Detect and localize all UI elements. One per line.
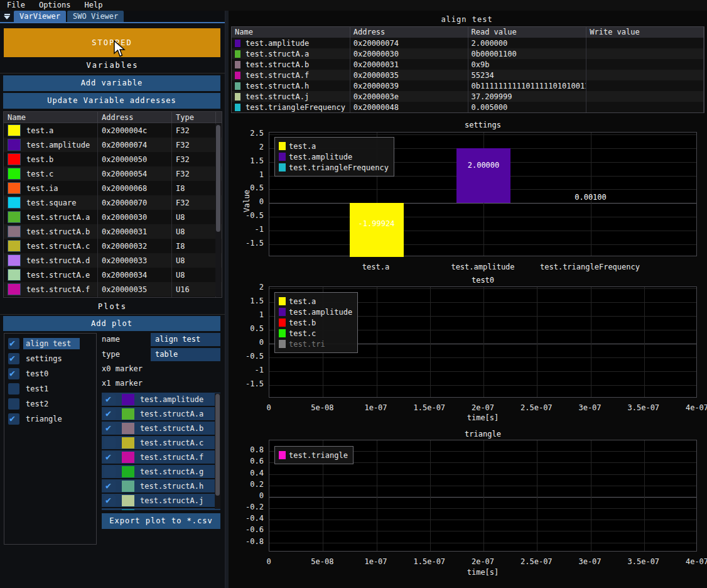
menu-help[interactable]: Help (77, 0, 109, 11)
table-row[interactable]: test.ia 0x20000068 I8 (4, 181, 222, 195)
legend-entry[interactable]: test.triangle (279, 450, 348, 460)
series-row[interactable]: test.structA.b (102, 422, 220, 435)
plot-list-item[interactable]: align test (4, 336, 96, 351)
variables-scrollbar[interactable] (215, 124, 221, 297)
series-row[interactable]: test.structA.c (102, 436, 220, 449)
series-scrollbar[interactable] (215, 393, 220, 509)
variable-color-swatch[interactable] (8, 269, 21, 281)
series-visible-checkbox[interactable] (104, 394, 116, 405)
plot-list-item[interactable]: test1 (4, 381, 96, 396)
table-row[interactable]: test.structA.f 0x20000035 U16 (4, 282, 222, 297)
legend-entry[interactable]: test.a (279, 141, 389, 151)
write-value[interactable] (586, 59, 704, 70)
plot-visible-checkbox[interactable] (8, 338, 19, 349)
series-color-swatch[interactable] (122, 437, 134, 449)
plot-visible-checkbox[interactable] (8, 383, 19, 395)
series-row[interactable]: test.structA.h (102, 479, 220, 493)
plot-list-item[interactable]: test2 (4, 396, 96, 411)
plot-list-item[interactable]: settings (4, 351, 96, 366)
write-value[interactable] (586, 80, 704, 91)
series-visible-checkbox[interactable] (104, 437, 116, 449)
legend-entry[interactable]: test.amplitude (279, 307, 352, 317)
variable-color-swatch[interactable] (8, 283, 21, 295)
tab-varviewer[interactable]: VarViewer (14, 11, 66, 22)
table-row[interactable] (4, 297, 222, 298)
series-visible-checkbox[interactable] (104, 466, 116, 477)
table-row[interactable]: test.amplitude 0x20000074 F32 (4, 138, 222, 152)
write-value[interactable] (586, 48, 704, 59)
series-row[interactable] (102, 508, 220, 510)
series-visible-checkbox[interactable] (104, 481, 116, 492)
plot-list-item[interactable]: test0 (4, 366, 96, 381)
variable-color-swatch[interactable] (8, 211, 21, 223)
menu-file[interactable]: File (0, 0, 32, 11)
add-variable-button[interactable]: Add variable (3, 75, 220, 91)
legend-entry[interactable]: test.triangleFrequency (279, 162, 389, 173)
table-row[interactable]: test.structA.h 0x20000039 0b111111111101… (232, 80, 704, 91)
variable-color-swatch[interactable] (8, 226, 21, 237)
write-value[interactable] (586, 38, 704, 48)
scrollbar-thumb[interactable] (216, 125, 220, 232)
variable-color-swatch[interactable] (8, 182, 21, 194)
write-value[interactable] (586, 70, 704, 80)
plot-visible-checkbox[interactable] (8, 398, 19, 410)
table-row[interactable]: test.structA.b 0x20000031 U8 (4, 224, 222, 239)
table-row[interactable]: test.triangleFrequency 0x20000048 0.0050… (232, 102, 704, 112)
series-visible-checkbox[interactable] (104, 423, 116, 434)
plot-visible-checkbox[interactable] (8, 368, 19, 379)
legend-entry[interactable]: test.amplitude (279, 151, 389, 162)
table-row[interactable]: test.structA.f 0x20000035 55234 (232, 70, 704, 80)
legend-entry[interactable]: test.b (279, 317, 352, 328)
plot-type-select[interactable]: table (151, 348, 220, 361)
table-row[interactable]: test.structA.d 0x20000033 U8 (4, 253, 222, 268)
variable-color-swatch[interactable] (8, 139, 21, 151)
series-color-swatch[interactable] (122, 509, 134, 511)
write-value[interactable] (586, 91, 704, 102)
write-value[interactable] (586, 102, 704, 112)
tab-swo-viewer[interactable]: SWO Viewer (67, 11, 124, 22)
variable-color-swatch[interactable] (8, 168, 21, 180)
series-visible-checkbox[interactable] (104, 495, 116, 506)
plot-name-input[interactable]: align test (151, 333, 220, 346)
column-header-read-value[interactable]: Read value (468, 27, 587, 38)
variable-color-swatch[interactable] (8, 240, 21, 252)
settings-plot[interactable]: settings Value -1.999242.000000.00100 te… (229, 119, 707, 273)
table-row[interactable]: test.structA.b 0x20000031 0x9b (232, 59, 704, 70)
series-visible-checkbox[interactable] (104, 452, 116, 463)
column-header-type[interactable]: Type (172, 112, 216, 122)
plot-visible-checkbox[interactable] (8, 413, 19, 425)
series-color-swatch[interactable] (122, 394, 134, 405)
table-row[interactable]: test.structA.c 0x20000032 I8 (4, 239, 222, 253)
table-row[interactable]: test.structA.a 0x20000030 U8 (4, 210, 222, 224)
bar-test.a[interactable] (350, 203, 404, 257)
series-color-swatch[interactable] (122, 423, 134, 434)
table-row[interactable]: test.structA.e 0x20000034 U8 (4, 268, 222, 282)
variable-color-swatch[interactable] (8, 254, 21, 266)
table-row[interactable]: test.structA.a 0x20000030 0b00001100 (232, 48, 704, 59)
series-row[interactable]: test.amplitude (102, 393, 220, 406)
series-row[interactable]: test.structA.j (102, 494, 220, 507)
menu-options[interactable]: Options (32, 0, 78, 11)
update-variable-addresses-button[interactable]: Update Variable addresses (3, 93, 220, 109)
table-row[interactable]: test.structA.j 0x2000003e 37.209999 (232, 91, 704, 102)
variable-color-swatch[interactable] (8, 197, 21, 209)
export-csv-button[interactable]: Export plot to *.csv (102, 513, 220, 529)
table-row[interactable]: test.amplitude 0x20000074 2.000000 (232, 38, 704, 48)
series-visible-checkbox[interactable] (104, 509, 116, 511)
plot-legend[interactable]: test.atest.amplitudetest.triangleFrequen… (274, 137, 394, 177)
collapse-tabs-icon[interactable] (0, 11, 14, 22)
series-row[interactable]: test.structA.g (102, 465, 220, 478)
series-visible-checkbox[interactable] (104, 408, 116, 420)
test0-plot[interactable]: test0 test.atest.amplitudetest.btest.cte… (229, 275, 707, 427)
target-state-button[interactable]: STOPPED (4, 28, 220, 57)
scrollbar-thumb[interactable] (215, 394, 220, 496)
series-row[interactable]: test.structA.f (102, 450, 220, 464)
table-row[interactable]: test.c 0x20000054 F32 (4, 166, 222, 181)
series-color-swatch[interactable] (122, 481, 134, 492)
column-header-name[interactable]: Name (232, 27, 350, 38)
add-plot-button[interactable]: Add plot (3, 316, 220, 331)
series-row[interactable]: test.structA.a (102, 407, 220, 420)
column-header-name[interactable]: Name (4, 112, 98, 122)
variable-color-swatch[interactable] (8, 124, 21, 136)
series-color-swatch[interactable] (122, 408, 134, 420)
